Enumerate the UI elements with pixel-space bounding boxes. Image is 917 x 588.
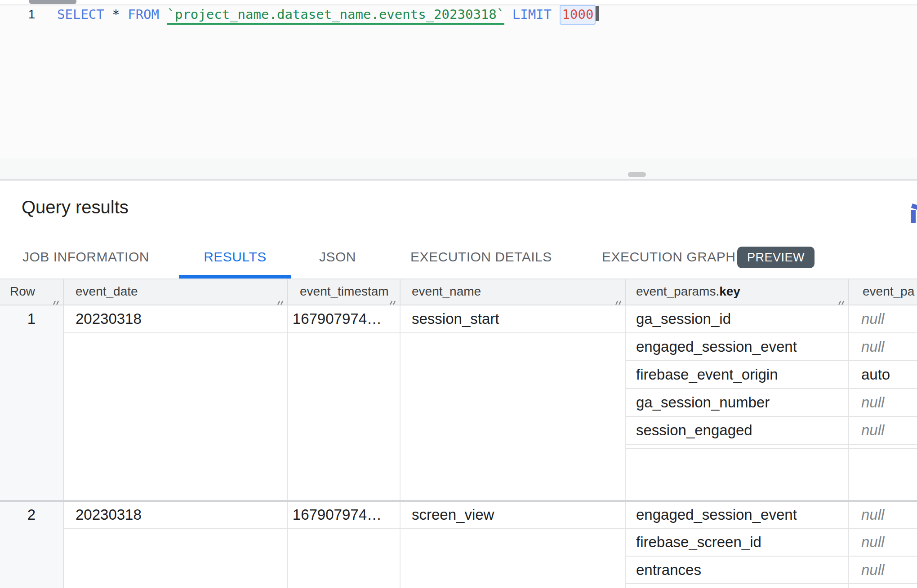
table-row: 120230318167907974…session_startga_sessi… xyxy=(0,305,917,333)
row-gutter xyxy=(0,557,64,584)
column-resize-handle[interactable] xyxy=(613,293,623,303)
cell-event-name: session_start xyxy=(401,305,626,333)
cell-spacer xyxy=(401,445,626,449)
header-cell-event-name: event_name xyxy=(401,279,626,305)
row-number: 2 xyxy=(0,502,64,529)
row-gutter xyxy=(0,417,64,445)
header-cell-event-date: event_date xyxy=(64,279,288,305)
cell-spacer xyxy=(64,361,288,389)
editor-bottom-strip xyxy=(0,158,917,181)
column-resize-handle[interactable] xyxy=(387,293,397,303)
active-tab-underline xyxy=(179,275,291,279)
cell-param-key: session_engaged xyxy=(626,417,849,445)
table-row: ga_session_numbernull xyxy=(0,389,917,417)
row-gutter xyxy=(0,449,64,500)
table-row: firebase_screen_idnull xyxy=(0,529,917,557)
table-row: entrancesnull xyxy=(0,557,917,584)
cell-event-date: 20230318 xyxy=(64,502,288,529)
cell-param-key: ga_session_number xyxy=(626,389,849,417)
editor-scrollbar-thumb[interactable] xyxy=(29,0,76,4)
row-gutter xyxy=(0,333,64,361)
table-header: Rowevent_dateevent_timestampevent_nameev… xyxy=(0,279,917,305)
header-cell-row: Row xyxy=(0,279,64,305)
cell-param-key: engaged_session_event xyxy=(626,502,849,529)
table-body: 120230318167907974…session_startga_sessi… xyxy=(0,305,917,588)
line-number: 1 xyxy=(0,4,35,24)
header-cell-event-pa: event_pa xyxy=(849,279,917,305)
text-cursor xyxy=(596,6,599,21)
cell-spacer xyxy=(401,333,626,361)
table-row: engaged_session_eventnull xyxy=(0,333,917,361)
cell-param-value: null xyxy=(849,502,917,529)
cell-param-key: ga_session_id xyxy=(626,305,849,333)
token-star: * xyxy=(112,7,120,22)
save-results-icon[interactable] xyxy=(911,203,917,224)
cell-param-value: auto xyxy=(849,361,917,389)
results-tabbar: JOB INFORMATION RESULTS JSON EXECUTION D… xyxy=(0,238,917,279)
query-results-title: Query results xyxy=(22,197,129,217)
column-resize-handle[interactable] xyxy=(275,293,285,303)
sql-editor[interactable]: 1 SELECT * FROM `project_name.dataset_na… xyxy=(0,0,917,181)
row-gutter xyxy=(0,445,64,449)
header-cell-event-timestamp: event_timestamp xyxy=(288,279,401,305)
cell-spacer xyxy=(288,417,401,445)
table-row xyxy=(0,584,917,588)
cell-param-key: entrances xyxy=(626,557,849,584)
cell-param-value: null xyxy=(849,557,917,584)
cell-event-date: 20230318 xyxy=(64,305,288,333)
row-gutter xyxy=(0,529,64,557)
cell-spacer xyxy=(288,389,401,417)
column-resize-handle[interactable] xyxy=(836,293,846,303)
cell-spacer xyxy=(288,445,401,449)
token-table-reference: `project_name.dataset_name.events_202303… xyxy=(167,7,504,25)
splitter-drag-handle[interactable] xyxy=(628,172,646,177)
tab-job-information[interactable]: JOB INFORMATION xyxy=(22,238,149,276)
tab-json[interactable]: JSON xyxy=(315,238,360,276)
token-limit-value: 1000 xyxy=(560,5,596,25)
cell-spacer xyxy=(401,417,626,445)
row-gutter xyxy=(0,361,64,389)
preview-badge: PREVIEW xyxy=(737,247,815,268)
cell-param-key-empty xyxy=(626,449,849,500)
cell-spacer xyxy=(64,333,288,361)
bigquery-query-page: 1 SELECT * FROM `project_name.dataset_na… xyxy=(0,0,917,588)
cell-spacer xyxy=(64,529,288,557)
row-gutter xyxy=(0,389,64,417)
cell-spacer xyxy=(64,389,288,417)
cell-param-key: firebase_event_origin xyxy=(626,361,849,389)
column-resize-handle[interactable] xyxy=(51,293,61,303)
row-gutter xyxy=(0,584,64,588)
table-row xyxy=(0,445,917,449)
cell-param-key-empty xyxy=(626,445,849,449)
cell-spacer xyxy=(64,584,288,588)
tab-results[interactable]: RESULTS xyxy=(179,238,291,276)
table-row: firebase_event_originauto xyxy=(0,361,917,389)
cell-spacer xyxy=(64,449,288,500)
cell-param-key: firebase_screen_id xyxy=(626,529,849,557)
token-keyword-limit: LIMIT xyxy=(512,7,552,22)
cell-param-value: null xyxy=(849,333,917,361)
cell-param-value: null xyxy=(849,417,917,445)
cell-spacer xyxy=(401,389,626,417)
tab-execution-details[interactable]: EXECUTION DETAILS xyxy=(410,238,552,276)
cell-spacer xyxy=(401,361,626,389)
cell-spacer xyxy=(401,557,626,584)
table-row: session_engagednull xyxy=(0,417,917,445)
row-number: 1 xyxy=(0,305,64,333)
table-row: 220230318167907974…screen_viewengaged_se… xyxy=(0,502,917,529)
query-results-panel: Query results JOB INFORMATION RESULTS JS… xyxy=(0,181,917,588)
cell-spacer xyxy=(64,557,288,584)
cell-param-value-empty xyxy=(849,584,917,588)
tab-execution-graph[interactable]: EXECUTION GRAPH xyxy=(602,238,736,276)
cell-event-timestamp: 167907974… xyxy=(288,305,401,333)
cell-param-value: null xyxy=(849,389,917,417)
cell-param-value-empty xyxy=(849,449,917,500)
cell-spacer xyxy=(401,584,626,588)
cell-param-value: null xyxy=(849,305,917,333)
cell-spacer xyxy=(288,584,401,588)
cell-event-name: screen_view xyxy=(401,502,626,529)
cell-spacer xyxy=(288,333,401,361)
cell-spacer xyxy=(288,449,401,500)
sql-code-line[interactable]: SELECT * FROM `project_name.dataset_name… xyxy=(57,4,599,24)
cell-param-key: engaged_session_event xyxy=(626,333,849,361)
